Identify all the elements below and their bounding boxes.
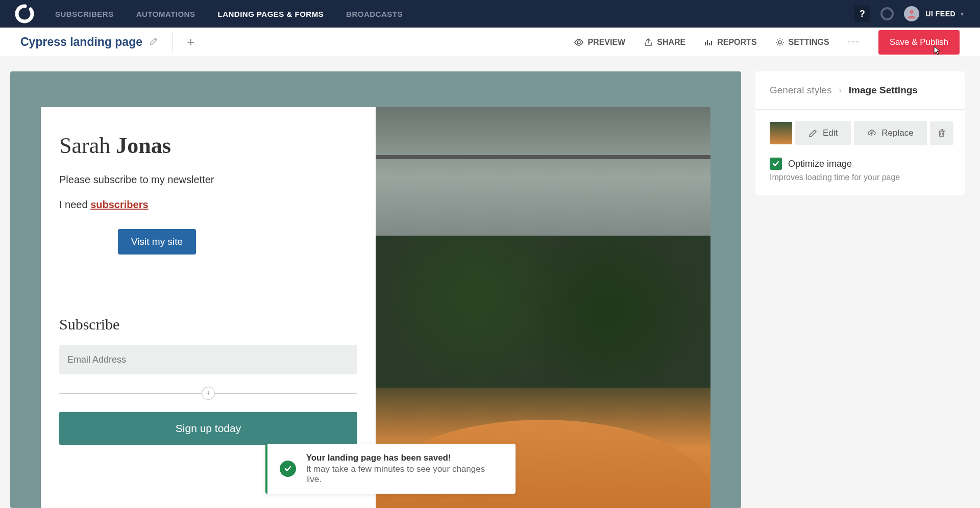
share-button[interactable]: SHARE <box>644 38 685 47</box>
save-publish-button[interactable]: Save & Publish <box>878 30 960 55</box>
hero-need-text[interactable]: I need subscribers <box>59 199 357 211</box>
logo-icon[interactable] <box>15 4 35 23</box>
user-avatar[interactable] <box>904 6 919 21</box>
edit-label: Edit <box>823 128 838 138</box>
settings-button[interactable]: SETTINGS <box>775 38 829 47</box>
breadcrumb-current: Image Settings <box>849 85 918 96</box>
subscribe-title[interactable]: Subscribe <box>59 316 357 333</box>
svg-point-2 <box>778 41 781 44</box>
divider <box>755 109 965 110</box>
edit-image-button[interactable]: Edit <box>795 121 851 145</box>
check-icon <box>772 160 780 168</box>
hero-subtitle[interactable]: Please subscribe to my newsletter <box>59 174 357 186</box>
delete-image-button[interactable] <box>930 121 953 145</box>
user-name-label[interactable]: UI FEED <box>925 10 955 18</box>
main-content: Sarah Jonas Please subscribe to my newsl… <box>0 57 980 508</box>
optimize-label: Optimize image <box>788 159 852 169</box>
nav-landing-pages[interactable]: LANDING PAGES & FORMS <box>217 10 324 18</box>
hero-name[interactable]: Sarah Jonas <box>59 133 357 159</box>
preview-button[interactable]: PREVIEW <box>574 38 625 47</box>
visit-site-button[interactable]: Visit my site <box>118 229 196 255</box>
nav-automations[interactable]: AUTOMATIONS <box>136 10 195 18</box>
toast-message: It may take a few minutes to see your ch… <box>306 464 499 485</box>
sub-nav: Cypress landing page + PREVIEW SHARE REP… <box>0 28 980 57</box>
settings-label: SETTINGS <box>789 38 829 47</box>
share-icon <box>644 38 653 47</box>
trash-icon <box>937 129 946 138</box>
reports-label: REPORTS <box>717 38 756 47</box>
more-options-icon[interactable]: ○○○ <box>848 39 860 45</box>
status-circle-icon[interactable] <box>880 7 894 20</box>
optimize-help-text: Improves loading time for your page <box>770 173 950 182</box>
preview-label: PREVIEW <box>587 38 625 47</box>
edit-title-icon[interactable] <box>150 37 158 47</box>
divider <box>172 32 173 53</box>
cursor-icon <box>933 45 942 58</box>
replace-image-button[interactable]: Replace <box>854 121 926 145</box>
page-title: Cypress landing page <box>20 35 142 49</box>
optimize-checkbox-row: Optimize image <box>770 158 950 170</box>
cloud-upload-icon <box>867 129 876 138</box>
add-page-icon[interactable]: + <box>187 34 194 50</box>
replace-label: Replace <box>881 128 913 138</box>
add-field-icon[interactable]: + <box>202 387 215 400</box>
gear-icon <box>775 38 785 47</box>
image-actions: Edit Replace <box>770 121 950 145</box>
eye-icon <box>574 38 583 47</box>
top-nav: SUBSCRIBERS AUTOMATIONS LANDING PAGES & … <box>0 0 980 28</box>
breadcrumb-root[interactable]: General styles <box>770 85 831 96</box>
chart-icon <box>704 38 713 47</box>
user-dropdown-caret-icon[interactable]: ▼ <box>960 11 965 17</box>
success-toast: Your landing page has been saved! It may… <box>265 444 516 494</box>
nav-broadcasts[interactable]: BROADCASTS <box>346 10 403 18</box>
toast-title: Your landing page has been saved! <box>306 453 499 463</box>
breadcrumb: General styles › Image Settings <box>770 85 950 96</box>
chevron-right-icon: › <box>839 86 841 95</box>
check-circle-icon <box>280 461 296 477</box>
help-button[interactable]: ? <box>854 6 870 22</box>
svg-point-1 <box>577 41 580 44</box>
add-field-divider: + <box>59 387 357 400</box>
pencil-icon <box>808 129 818 138</box>
optimize-checkbox[interactable] <box>770 158 782 170</box>
share-label: SHARE <box>657 38 685 47</box>
editor-canvas: Sarah Jonas Please subscribe to my newsl… <box>10 71 741 508</box>
image-thumbnail[interactable] <box>770 122 792 144</box>
reports-button[interactable]: REPORTS <box>704 38 756 47</box>
svg-point-0 <box>910 10 914 14</box>
subscribe-block: Subscribe + Sign up today <box>59 316 357 445</box>
signup-button[interactable]: Sign up today <box>59 412 357 445</box>
email-input[interactable] <box>59 345 357 374</box>
settings-sidebar: General styles › Image Settings Edit Rep… <box>755 71 965 195</box>
nav-subscribers[interactable]: SUBSCRIBERS <box>55 10 114 18</box>
